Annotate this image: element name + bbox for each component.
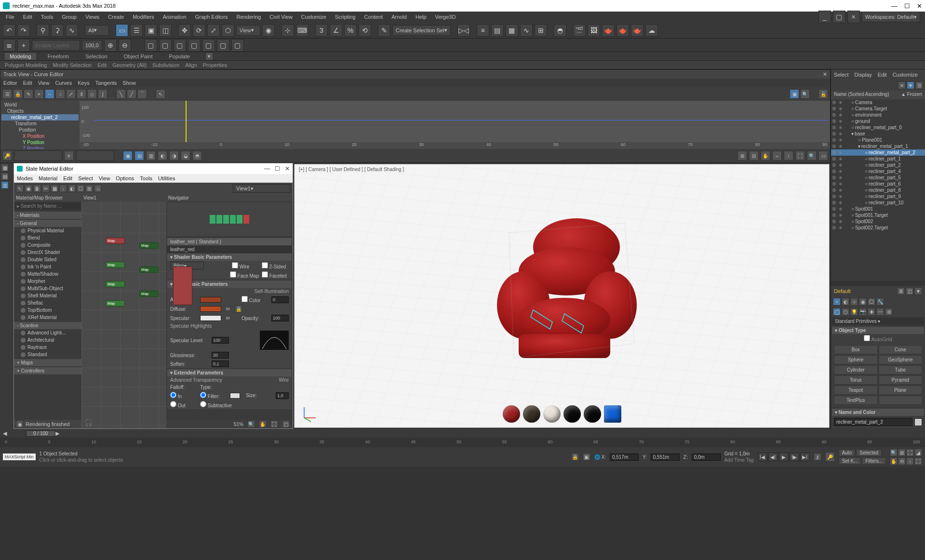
create-tab-icon[interactable]: + (833, 298, 841, 306)
select-region-icon[interactable]: ▣ (145, 24, 157, 37)
key-filters-button[interactable]: Filters... (862, 457, 886, 465)
visibility-icon[interactable]: ⦿ (832, 113, 838, 118)
menu-edit[interactable]: Edit (19, 13, 36, 21)
window-close-icon[interactable]: × (847, 11, 860, 23)
spinner-snap-icon[interactable]: ⟲ (359, 24, 371, 37)
layers-icon[interactable]: ≣ (3, 39, 15, 52)
scene-menu-item[interactable]: Select (834, 72, 849, 78)
manipulate-icon[interactable]: ⊹ (282, 24, 294, 37)
tv-menu-item[interactable]: Editor (3, 80, 17, 86)
set-key-button[interactable]: Set K... (839, 457, 861, 465)
ribbon-tab-freeform[interactable]: Freeform (43, 53, 74, 60)
tv-zoom-v-icon[interactable]: ↕ (784, 151, 793, 160)
filter-funnel-icon[interactable]: ▼ (907, 81, 914, 89)
material-ball-black2[interactable] (584, 405, 601, 423)
visibility-icon[interactable]: ⦿ (832, 175, 838, 180)
create-object-button[interactable]: Tube (879, 365, 923, 374)
vp-fov-icon[interactable]: ◢ (914, 449, 922, 456)
track-view-graph[interactable]: 1000-100 -20-100 102030 405060 708090 (80, 101, 830, 149)
menu-scripting[interactable]: Scripting (331, 13, 360, 21)
vp-zoom-all-icon[interactable]: ⊞ (898, 449, 906, 456)
visibility-icon[interactable]: ⦿ (832, 157, 838, 161)
vp-layout-b-icon[interactable]: ▤ (1, 173, 9, 180)
track-view-close-icon[interactable]: ✕ (823, 71, 827, 78)
tv-zoom-region-icon[interactable]: ▭ (818, 151, 828, 160)
scene-tree-item[interactable]: ⦿❄○ recliner_metal_part_0 (831, 124, 925, 131)
next-frame-icon[interactable]: I▶ (790, 453, 799, 461)
slate-menu-item[interactable]: Options (116, 175, 134, 181)
wire-checkbox[interactable] (232, 262, 238, 268)
tool-g-icon[interactable]: ▢ (231, 39, 244, 52)
time-cursor[interactable] (186, 101, 187, 142)
visibility-icon[interactable]: ⦿ (832, 182, 838, 187)
window-crossing-icon[interactable]: ◫ (159, 24, 172, 37)
slate-menu-item[interactable]: Edit (63, 175, 72, 181)
menu-arnold[interactable]: Arnold (388, 13, 411, 21)
layer-name[interactable]: Default (834, 288, 851, 294)
filter-list-icon[interactable]: ☰ (915, 81, 923, 89)
freeze-icon[interactable]: ❄ (839, 157, 845, 161)
visibility-icon[interactable]: ⦿ (832, 100, 838, 105)
layer-b-icon[interactable]: ◫ (906, 287, 913, 295)
scene-menu-item[interactable]: Customize (893, 72, 918, 78)
tool-c-icon[interactable]: ▢ (174, 39, 186, 52)
freeze-icon[interactable]: ❄ (839, 163, 845, 168)
slate-menu-item[interactable]: Tools (140, 175, 152, 181)
visibility-icon[interactable]: ⦿ (832, 138, 838, 143)
percent-snap-icon[interactable]: % (344, 24, 357, 37)
menu-modifiers[interactable]: Modifiers (129, 13, 158, 21)
freeze-icon[interactable]: ❄ (839, 144, 845, 149)
scene-tree-item[interactable]: ⦿❄○ Spot001.Target (831, 212, 925, 218)
viewport[interactable]: [+] [ Camera ] [ User Defined ] [ Defaul… (294, 164, 830, 428)
menu-verge3d[interactable]: Verge3D (431, 13, 460, 21)
material-output-node[interactable] (173, 267, 192, 305)
rollout-shader-basic[interactable]: ▾ Shader Basic Parameters (167, 253, 292, 261)
slate-zoom-icon[interactable]: 🔍 (247, 420, 255, 428)
ribbon-sub-item[interactable]: Subdivision (152, 62, 179, 68)
material-ball-black1[interactable] (563, 405, 581, 423)
shapes-icon[interactable]: ⬡ (842, 308, 849, 316)
material-browser-item[interactable]: Matte/Shadow (14, 270, 81, 278)
material-ball-white[interactable] (543, 405, 561, 423)
layer-extra-icon[interactable]: ⊖ (119, 39, 131, 52)
scene-tree-item[interactable]: ⦿❄○ recliner_part_4 (831, 168, 925, 174)
slate-menu-item[interactable]: Modes (17, 175, 33, 181)
material-ball-dark[interactable] (523, 405, 540, 423)
freeze-icon[interactable]: ❄ (839, 138, 845, 143)
tv-draw-icon[interactable]: ✎ (24, 89, 33, 99)
window-restore-icon[interactable]: ▢ (833, 11, 845, 23)
visibility-icon[interactable]: ⦿ (832, 132, 838, 136)
menu-create[interactable]: Create (104, 13, 128, 21)
visibility-icon[interactable]: ⦿ (832, 125, 838, 130)
placement-icon[interactable]: ⬡ (222, 24, 234, 37)
hierarchy-tab-icon[interactable]: ⊹ (850, 298, 858, 306)
select-object-icon[interactable]: ▭ (116, 24, 128, 37)
material-browser-item[interactable]: Shell Material (14, 292, 81, 299)
slate-menu-item[interactable]: Utilities (158, 175, 175, 181)
pivot-center-icon[interactable]: ◉ (262, 24, 275, 37)
menu-tools[interactable]: Tools (37, 13, 57, 21)
add-time-tag[interactable]: Add Time Tag (724, 457, 754, 463)
tv-filter-icon[interactable]: ☰ (2, 89, 12, 99)
mb-group-maps[interactable]: + Maps (14, 359, 81, 366)
create-object-button[interactable]: GeoSphere (879, 355, 923, 364)
lock-selection-icon[interactable]: 🔒 (571, 453, 579, 461)
freeze-icon[interactable]: ❄ (839, 194, 845, 199)
scene-tree-item[interactable]: ⦿❄○ recliner_part_10 (831, 200, 925, 206)
freeze-icon[interactable]: ❄ (839, 182, 845, 187)
visibility-icon[interactable]: ⦿ (832, 107, 838, 111)
self-illum-spinner[interactable]: 0 (271, 296, 289, 303)
freeze-icon[interactable]: ❄ (839, 175, 845, 180)
visibility-icon[interactable]: ⦿ (832, 219, 838, 224)
scene-tree-item[interactable]: ⦿❄○ recliner_part_9 (831, 193, 925, 200)
tv-slide-icon[interactable]: ↕ (55, 89, 65, 99)
slate-cut-icon[interactable]: ✂ (42, 185, 50, 192)
rendered-frame-icon[interactable]: 🖼 (588, 24, 600, 37)
freeze-icon[interactable]: ❄ (839, 107, 845, 111)
tv-show-c-icon[interactable]: ▥ (146, 151, 156, 160)
scene-explorer-tree[interactable]: ⦿❄○ Camera⦿❄○ Camera.Target⦿❄○ environme… (831, 99, 925, 281)
tv-ts-a-icon[interactable]: ◐ (158, 151, 167, 160)
tv-tree-item[interactable]: World (1, 102, 79, 108)
named-selection-dropdown[interactable]: Create Selection Set ▾ (392, 25, 451, 36)
menu-rendering[interactable]: Rendering (233, 13, 265, 21)
